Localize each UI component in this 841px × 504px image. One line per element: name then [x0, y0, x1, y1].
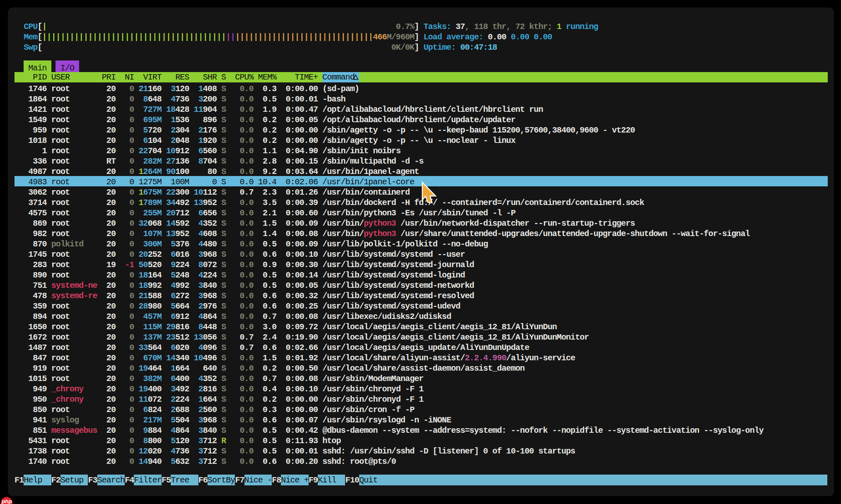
- svg-text:php: php: [1, 498, 12, 504]
